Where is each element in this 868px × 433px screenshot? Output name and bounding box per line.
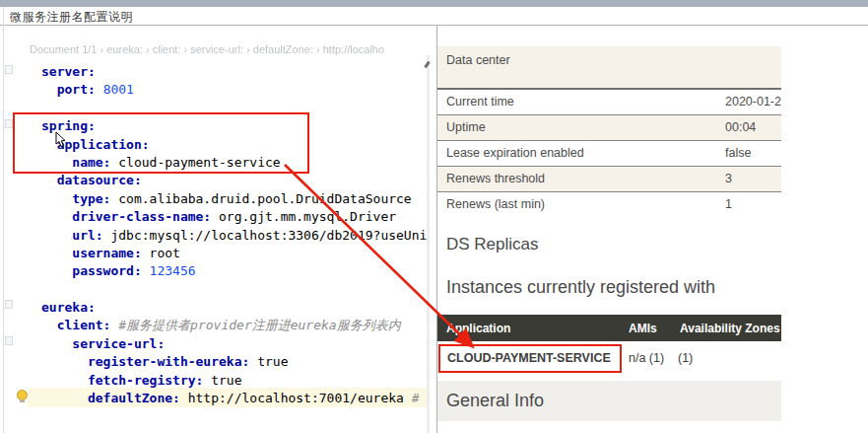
code-token: #服务提供者provider注册进eureka服务列表内 bbox=[118, 318, 400, 332]
code-token bbox=[41, 336, 72, 351]
status-label: Renews threshold bbox=[446, 172, 545, 185]
status-row: Lease expiration enabledfalse bbox=[437, 141, 781, 167]
code-token bbox=[142, 263, 150, 278]
status-row: Renews threshold3 bbox=[437, 167, 781, 192]
code-token: service-url: bbox=[72, 336, 165, 351]
column-header: Application bbox=[446, 322, 510, 335]
code-token: eureka: bbox=[41, 300, 96, 315]
eureka-dashboard-panel: Data center Current time2020-01-2Uptime0… bbox=[436, 26, 781, 433]
yaml-editor-panel: Document 1/1 › eureka: › client: › servi… bbox=[4, 26, 432, 433]
code-token: type: bbox=[72, 191, 110, 206]
screenshot-root: { "page": { "title": "微服务注册名配置说明" }, "ed… bbox=[0, 0, 868, 433]
code-line: url: jdbc:mysql://localhost:3306/db2019?… bbox=[4, 227, 432, 245]
status-row: Renews (last min)1 bbox=[437, 192, 781, 218]
annotation-box-registered-service bbox=[438, 344, 622, 373]
status-value: 2020-01-2 bbox=[725, 95, 781, 108]
annotation-box-spring-app-name bbox=[13, 112, 309, 174]
code-token bbox=[41, 246, 72, 260]
code-line: server: bbox=[4, 63, 432, 81]
code-line: type: com.alibaba.druid.pool.DruidDataSo… bbox=[4, 190, 432, 208]
status-value: 3 bbox=[725, 172, 732, 185]
code-token bbox=[41, 354, 88, 369]
data-center-label: Data center bbox=[446, 53, 510, 67]
code-token: http://localhost:7001/eureka bbox=[180, 391, 412, 405]
code-line: service-url: bbox=[4, 335, 432, 353]
code-line bbox=[4, 281, 432, 299]
code-token: com.alibaba.druid.pool.DruidDataSource bbox=[110, 191, 411, 206]
code-token: fetch-registry: bbox=[88, 373, 203, 388]
code-token: datasource: bbox=[57, 173, 142, 187]
code-token: # bbox=[412, 391, 420, 405]
code-token bbox=[41, 263, 72, 278]
code-line: client: #服务提供者provider注册进eureka服务列表内 bbox=[4, 317, 432, 334]
code-line: password: 123456 bbox=[4, 262, 432, 280]
code-token: 8001 bbox=[103, 82, 134, 97]
code-token bbox=[41, 173, 57, 187]
code-line: port: 8001 bbox=[4, 81, 432, 99]
code-token: jdbc:mysql://localhost:3306/db2019?useUn… bbox=[103, 228, 428, 243]
data-center-row: Data center bbox=[437, 46, 781, 90]
code-token: client: bbox=[57, 318, 111, 332]
code-line: eureka: bbox=[4, 299, 432, 317]
code-token: driver-class-name: bbox=[72, 209, 211, 224]
code-token: password: bbox=[72, 263, 141, 278]
page-title: 微服务注册名配置说明 bbox=[10, 9, 133, 26]
code-token: true bbox=[249, 354, 288, 369]
code-token: url: bbox=[72, 228, 102, 243]
status-label: Current time bbox=[446, 95, 514, 108]
editor-scrollbar[interactable] bbox=[427, 55, 430, 433]
editor-breadcrumb[interactable]: Document 1/1 › eureka: › client: › servi… bbox=[30, 43, 428, 55]
availability-zones-count: (1) bbox=[678, 351, 693, 365]
instances-table-header: ApplicationAMIsAvailability Zones bbox=[437, 315, 781, 341]
code-token: true bbox=[203, 373, 241, 388]
amis-count: n/a (1) bbox=[629, 351, 664, 365]
code-token bbox=[41, 228, 72, 243]
code-line: username: root bbox=[4, 245, 432, 262]
status-row: Uptime00:04 bbox=[437, 115, 781, 141]
status-value: 00:04 bbox=[725, 120, 756, 134]
code-line: datasource: bbox=[4, 172, 432, 189]
code-token: org.gjt.mm.mysql.Driver bbox=[211, 209, 396, 224]
code-token bbox=[41, 318, 57, 332]
code-token: register-with-eureka: bbox=[88, 354, 249, 369]
code-token: username: bbox=[72, 246, 141, 260]
general-info-heading: General Info bbox=[446, 391, 544, 411]
code-token bbox=[41, 391, 88, 405]
column-header: Availability Zones bbox=[680, 322, 780, 335]
ds-replicas-heading: DS Replicas bbox=[446, 235, 539, 254]
code-token bbox=[41, 209, 72, 224]
code-line: driver-class-name: org.gjt.mm.mysql.Driv… bbox=[4, 208, 432, 226]
instances-heading: Instances currently registered with bbox=[446, 277, 715, 298]
system-status-table: Current time2020-01-2Uptime00:04Lease ex… bbox=[437, 90, 781, 218]
code-token bbox=[41, 191, 72, 206]
code-line: defaultZone: http://localhost:7001/eurek… bbox=[4, 390, 432, 407]
column-header: AMIs bbox=[629, 322, 657, 335]
code-token bbox=[41, 373, 88, 388]
status-label: Uptime bbox=[446, 120, 486, 134]
status-value: 1 bbox=[725, 197, 732, 211]
status-value: false bbox=[725, 146, 751, 160]
code-token: 123456 bbox=[150, 263, 196, 278]
code-token: defaultZone: bbox=[88, 391, 180, 405]
code-token: port: bbox=[57, 82, 96, 97]
code-token: server: bbox=[41, 64, 96, 79]
status-label: Renews (last min) bbox=[446, 197, 545, 211]
code-token: root bbox=[142, 246, 180, 260]
window-top-bar bbox=[0, 0, 868, 7]
code-token bbox=[96, 82, 103, 97]
status-row: Current time2020-01-2 bbox=[437, 90, 781, 115]
general-info-band: General Info bbox=[437, 381, 781, 421]
code-line: fetch-registry: true bbox=[4, 372, 432, 390]
code-token bbox=[41, 82, 57, 97]
status-label: Lease expiration enabled bbox=[446, 146, 584, 160]
code-line: register-with-eureka: true bbox=[4, 353, 432, 371]
